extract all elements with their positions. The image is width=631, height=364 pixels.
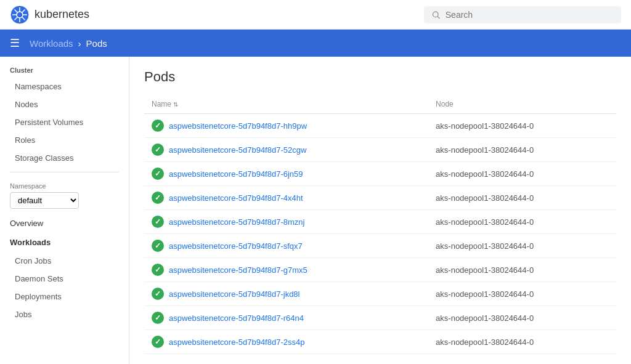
pod-name-link[interactable]: aspwebsitenetcore-5d7b94f8d7-52cgw xyxy=(169,145,306,155)
pod-name-link[interactable]: aspwebsitenetcore-5d7b94f8d7-r64n4 xyxy=(169,313,304,323)
status-icon xyxy=(152,288,164,300)
sidebar-item-storage-classes[interactable]: Storage Classes xyxy=(0,149,129,167)
sidebar-workloads-title: Workloads xyxy=(0,233,129,252)
pod-name-cell: aspwebsitenetcore-5d7b94f8d7-4x4ht xyxy=(144,186,428,210)
pod-node-cell: aks-nodepool1-38024644-0 xyxy=(428,330,616,354)
status-icon xyxy=(152,216,164,228)
col-node-header: Node xyxy=(428,95,616,114)
status-icon xyxy=(152,192,164,204)
sidebar-item-jobs[interactable]: Jobs xyxy=(0,305,129,323)
table-row: aspwebsitenetcore-5d7b94f8d7-4x4ht aks-n… xyxy=(144,186,616,210)
svg-line-11 xyxy=(438,16,439,18)
namespace-selector: Namespace default kube-system kube-publi… xyxy=(0,177,129,214)
table-row: aspwebsitenetcore-5d7b94f8d7-g7mx5 aks-n… xyxy=(144,258,616,282)
pod-name-link[interactable]: aspwebsitenetcore-5d7b94f8d7-6jn59 xyxy=(169,169,303,179)
sidebar-item-overview[interactable]: Overview xyxy=(0,214,129,233)
status-icon xyxy=(152,119,164,132)
pod-node-cell: aks-nodepool1-38024644-0 xyxy=(428,162,616,186)
status-icon xyxy=(152,144,164,156)
pod-name-link[interactable]: aspwebsitenetcore-5d7b94f8d7-sfqx7 xyxy=(169,241,303,251)
pod-name-link[interactable]: aspwebsitenetcore-5d7b94f8d7-jkd8l xyxy=(169,289,299,299)
svg-point-10 xyxy=(433,12,438,17)
col-name-header[interactable]: Name ⇅ xyxy=(144,95,428,114)
pod-name-cell: aspwebsitenetcore-5d7b94f8d7-2ss4p xyxy=(144,330,428,354)
search-box[interactable] xyxy=(424,6,621,23)
table-row: aspwebsitenetcore-5d7b94f8d7-sfqx7 aks-n… xyxy=(144,234,616,258)
pod-name-cell: aspwebsitenetcore-5d7b94f8d7-g7mx5 xyxy=(144,258,428,282)
namespace-dropdown[interactable]: default kube-system kube-public xyxy=(10,192,79,209)
pod-name-cell: aspwebsitenetcore-5d7b94f8d7-52cgw xyxy=(144,138,428,162)
logo-text: kubernetes xyxy=(35,8,89,21)
breadcrumb-separator: › xyxy=(78,38,81,49)
pod-name-link[interactable]: aspwebsitenetcore-5d7b94f8d7-8mznj xyxy=(169,217,304,227)
pod-name-link[interactable]: aspwebsitenetcore-5d7b94f8d7-hh9pw xyxy=(169,121,307,131)
pod-node-cell: aks-nodepool1-38024644-0 xyxy=(428,258,616,282)
layout: Cluster Namespaces Nodes Persistent Volu… xyxy=(0,57,631,364)
pod-name-link[interactable]: aspwebsitenetcore-5d7b94f8d7-4x4ht xyxy=(169,193,303,203)
table-row: aspwebsitenetcore-5d7b94f8d7-6jn59 aks-n… xyxy=(144,162,616,186)
pod-node-cell: aks-nodepool1-38024644-0 xyxy=(428,138,616,162)
pod-node-cell: aks-nodepool1-38024644-0 xyxy=(428,186,616,210)
breadcrumb-bar: ☰ Workloads › Pods xyxy=(0,30,631,57)
search-input[interactable] xyxy=(446,10,614,20)
pod-node-cell: aks-nodepool1-38024644-0 xyxy=(428,114,616,138)
pod-name-cell: aspwebsitenetcore-5d7b94f8d7-sfqx7 xyxy=(144,234,428,258)
sidebar-item-roles[interactable]: Roles xyxy=(0,131,129,149)
sidebar-item-daemon-sets[interactable]: Daemon Sets xyxy=(0,270,129,288)
pod-name-cell: aspwebsitenetcore-5d7b94f8d7-hh9pw xyxy=(144,114,428,138)
page-title: Pods xyxy=(144,69,616,85)
kubernetes-logo-icon xyxy=(10,5,30,25)
sidebar-divider xyxy=(10,172,119,172)
sidebar: Cluster Namespaces Nodes Persistent Volu… xyxy=(0,57,129,364)
pod-name-cell: aspwebsitenetcore-5d7b94f8d7-jkd8l xyxy=(144,282,428,306)
status-icon xyxy=(152,168,164,180)
table-row: aspwebsitenetcore-5d7b94f8d7-r64n4 aks-n… xyxy=(144,306,616,330)
pod-node-cell: aks-nodepool1-38024644-0 xyxy=(428,282,616,306)
table-row: aspwebsitenetcore-5d7b94f8d7-2ss4p aks-n… xyxy=(144,330,616,354)
sidebar-item-namespaces[interactable]: Namespaces xyxy=(0,78,129,95)
table-row: aspwebsitenetcore-5d7b94f8d7-hh9pw aks-n… xyxy=(144,114,616,138)
topbar: kubernetes xyxy=(0,0,631,30)
status-icon xyxy=(152,336,164,348)
breadcrumb-parent[interactable]: Workloads xyxy=(30,38,73,49)
cluster-section-title: Cluster xyxy=(0,57,129,78)
status-icon xyxy=(152,312,164,324)
pod-name-cell: aspwebsitenetcore-5d7b94f8d7-r64n4 xyxy=(144,306,428,330)
pod-name-cell: aspwebsitenetcore-5d7b94f8d7-8mznj xyxy=(144,210,428,234)
menu-icon[interactable]: ☰ xyxy=(10,36,20,50)
sidebar-item-persistent-volumes[interactable]: Persistent Volumes xyxy=(0,113,129,131)
status-icon xyxy=(152,240,164,252)
table-row: aspwebsitenetcore-5d7b94f8d7-jkd8l aks-n… xyxy=(144,282,616,306)
sidebar-item-cron-jobs[interactable]: Cron Jobs xyxy=(0,252,129,270)
status-icon xyxy=(152,264,164,276)
pod-name-link[interactable]: aspwebsitenetcore-5d7b94f8d7-2ss4p xyxy=(169,338,304,347)
sort-arrow-icon: ⇅ xyxy=(173,101,178,108)
pod-name-cell: aspwebsitenetcore-5d7b94f8d7-6jn59 xyxy=(144,162,428,186)
namespace-label: Namespace xyxy=(10,182,119,190)
sidebar-item-deployments[interactable]: Deployments xyxy=(0,288,129,305)
pod-node-cell: aks-nodepool1-38024644-0 xyxy=(428,210,616,234)
pod-node-cell: aks-nodepool1-38024644-0 xyxy=(428,234,616,258)
logo: kubernetes xyxy=(10,5,89,25)
main-content: Pods Name ⇅ Node aspwebsitenetcore-5d7 xyxy=(129,57,631,364)
table-row: aspwebsitenetcore-5d7b94f8d7-52cgw aks-n… xyxy=(144,138,616,162)
table-row: aspwebsitenetcore-5d7b94f8d7-8mznj aks-n… xyxy=(144,210,616,234)
sidebar-item-nodes[interactable]: Nodes xyxy=(0,95,129,113)
breadcrumb-current: Pods xyxy=(86,38,107,49)
pod-name-link[interactable]: aspwebsitenetcore-5d7b94f8d7-g7mx5 xyxy=(169,265,307,275)
search-icon xyxy=(431,10,441,20)
pod-node-cell: aks-nodepool1-38024644-0 xyxy=(428,306,616,330)
pods-table: Name ⇅ Node aspwebsitenetcore-5d7b94f8d7… xyxy=(144,95,616,354)
